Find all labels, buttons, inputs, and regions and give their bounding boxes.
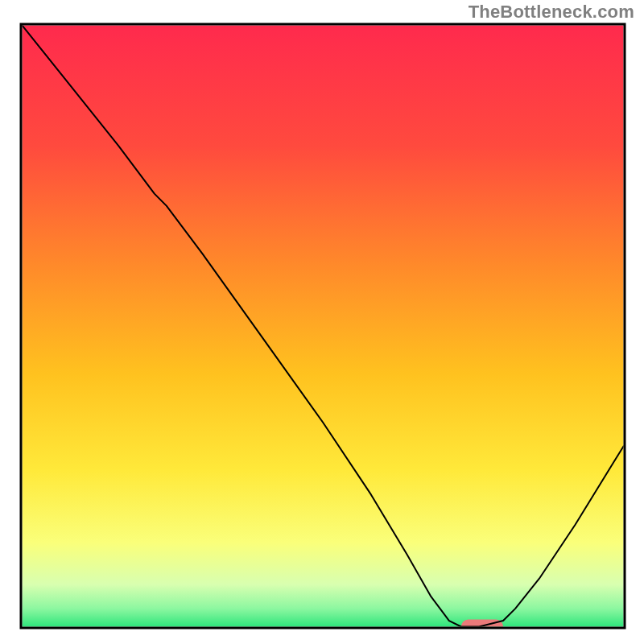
watermark-text: TheBottleneck.com [469, 2, 634, 23]
bottleneck-chart [0, 0, 644, 644]
chart-container: TheBottleneck.com [0, 0, 644, 644]
plot-background-gradient [23, 26, 624, 627]
